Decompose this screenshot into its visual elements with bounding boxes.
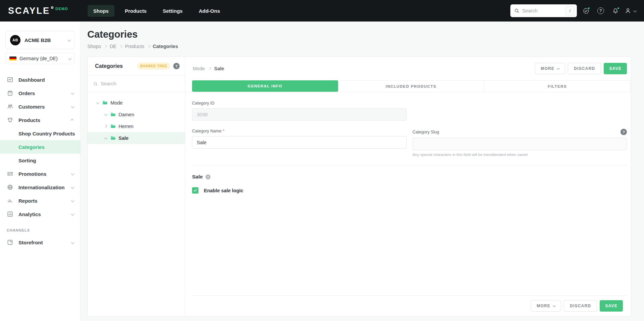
categories-card: Categories SHARED TREE ? Mode: [87, 56, 631, 317]
chevron-right-icon: [208, 67, 211, 70]
chevron-down-icon: [71, 105, 74, 108]
account-menu[interactable]: [625, 5, 636, 16]
page-title: Categories: [87, 28, 631, 40]
required-asterisk: *: [223, 129, 225, 133]
shop-selector[interactable]: AB ACME B2B: [5, 31, 75, 49]
nav-settings[interactable]: Settings: [157, 5, 188, 17]
nav-addons[interactable]: Add-Ons: [193, 5, 226, 17]
sidebar-item-categories[interactable]: Categories: [0, 140, 80, 154]
logo-text: SCAYLE: [8, 6, 50, 16]
global-search[interactable]: /: [510, 4, 577, 17]
tab-filters[interactable]: FILTERS: [484, 80, 631, 92]
tab-general-info[interactable]: GENERAL INFO: [192, 80, 338, 92]
tree-node-label: Sale: [119, 135, 129, 141]
sidebar: AB ACME B2B Germany (de_DE) Dashboard Or…: [0, 22, 81, 321]
chevron-down-icon[interactable]: [96, 101, 99, 104]
global-search-input[interactable]: [522, 8, 565, 13]
sidebar-item-internationalization[interactable]: Internationalization: [0, 180, 80, 194]
sale-section-title: Sale: [192, 174, 203, 180]
globe-icon: [7, 184, 13, 191]
tree-node-herren[interactable]: Herren: [88, 120, 185, 132]
nav-products[interactable]: Products: [119, 5, 152, 17]
promotions-ticket-icon: [7, 170, 13, 177]
footer-discard-button[interactable]: DISCARD: [564, 300, 597, 312]
tree-node-damen[interactable]: Damen: [88, 109, 185, 120]
sidebar-item-storefront[interactable]: Storefront: [0, 236, 80, 249]
enable-sale-logic-checkbox[interactable]: [192, 187, 198, 194]
tree-node-label: Herren: [119, 124, 133, 129]
demo-badge: DEMO: [55, 7, 68, 11]
sidebar-item-sorting[interactable]: Sorting: [0, 154, 80, 167]
folder-icon: [110, 135, 116, 141]
chevron-right-icon[interactable]: [104, 125, 107, 128]
channels-section-label: CHANNELS: [0, 221, 80, 236]
breadcrumb-products[interactable]: Products: [125, 44, 144, 49]
chevron-down-icon: [71, 212, 74, 215]
tree-node-sale[interactable]: Sale: [88, 132, 185, 144]
sale-help-icon[interactable]: ?: [205, 174, 211, 179]
chevron-down-icon[interactable]: [104, 113, 107, 116]
scayle-logo: SCAYLE DEMO: [8, 6, 68, 16]
chevron-down-icon: [71, 91, 74, 94]
tree-node-mode[interactable]: Mode: [88, 97, 185, 109]
chevron-down-icon[interactable]: [104, 136, 107, 139]
footer-more-button[interactable]: MORE: [531, 300, 561, 312]
shop-avatar: AB: [10, 35, 20, 45]
chevron-down-icon: [557, 67, 560, 70]
footer-save-button[interactable]: SAVE: [600, 300, 623, 312]
chevron-right-icon: [104, 45, 107, 48]
more-button[interactable]: MORE: [535, 63, 565, 74]
detail-breadcrumb-mode[interactable]: Mode: [193, 66, 205, 71]
breadcrumb-shops[interactable]: Shops: [87, 44, 101, 49]
tab-included-products[interactable]: INCLUDED PRODUCTS: [338, 80, 485, 92]
detail-tabs: GENERAL INFO INCLUDED PRODUCTS FILTERS: [192, 80, 631, 92]
category-slug-field-group: Category Slug ? Any special characters i…: [413, 129, 627, 157]
tree-panel-title: Categories: [95, 63, 137, 69]
sidebar-item-products[interactable]: Products: [0, 113, 80, 127]
folder-icon: [110, 123, 116, 129]
tree-node-label: Mode: [110, 100, 123, 106]
sidebar-item-analytics[interactable]: Analytics: [0, 207, 80, 221]
tree-search-input[interactable]: [101, 81, 180, 86]
user-icon: [625, 7, 631, 14]
chevron-down-icon: [71, 185, 74, 189]
tree-search[interactable]: [88, 76, 185, 92]
discard-button[interactable]: DISCARD: [568, 63, 601, 74]
top-navigation: Shops Products Settings Add-Ons: [88, 5, 226, 17]
chevron-down-icon: [71, 199, 74, 202]
category-slug-input[interactable]: [413, 138, 627, 150]
help-icon[interactable]: ?: [595, 5, 606, 16]
main-content: Categories Shops DE Products Categories …: [81, 22, 644, 321]
nav-shops[interactable]: Shops: [88, 5, 114, 17]
orders-icon: [7, 90, 13, 96]
sidebar-item-customers[interactable]: Customers: [0, 100, 80, 113]
search-icon: [514, 8, 519, 13]
shared-tree-help-icon[interactable]: ?: [173, 63, 180, 69]
category-name-field-group: Category Name*: [192, 129, 407, 157]
storefront-icon: [7, 239, 13, 246]
chevron-down-icon: [633, 9, 637, 12]
system-status-icon[interactable]: [580, 5, 592, 16]
notifications-bell-icon[interactable]: [610, 5, 621, 16]
sidebar-item-dashboard[interactable]: Dashboard: [0, 73, 80, 86]
chevron-right-icon: [147, 45, 150, 48]
section-divider: [192, 165, 627, 166]
folder-icon: [102, 100, 108, 106]
sidebar-item-reports[interactable]: Reports: [0, 194, 80, 207]
sidebar-item-promotions[interactable]: Promotions: [0, 167, 80, 180]
footer-actions: MORE DISCARD SAVE: [192, 295, 627, 316]
category-name-input[interactable]: [192, 136, 407, 149]
sidebar-item-orders[interactable]: Orders: [0, 86, 80, 100]
tshirt-icon: [7, 117, 13, 123]
category-slug-help-icon[interactable]: ?: [620, 129, 627, 135]
breadcrumb-de[interactable]: DE: [110, 44, 117, 49]
category-slug-label: Category Slug: [413, 130, 439, 134]
category-detail-panel: Mode Sale MORE DISCARD SAVE GENERAL INFO…: [185, 57, 631, 316]
sidebar-item-shop-country-products[interactable]: Shop Country Products: [0, 127, 80, 140]
enable-sale-logic-row[interactable]: Enable sale logic: [192, 187, 627, 194]
status-dot: [587, 7, 590, 10]
save-button[interactable]: SAVE: [604, 63, 627, 74]
category-tree-panel: Categories SHARED TREE ? Mode: [88, 57, 185, 316]
chevron-down-icon: [553, 304, 556, 307]
country-selector[interactable]: Germany (de_DE): [5, 53, 75, 64]
